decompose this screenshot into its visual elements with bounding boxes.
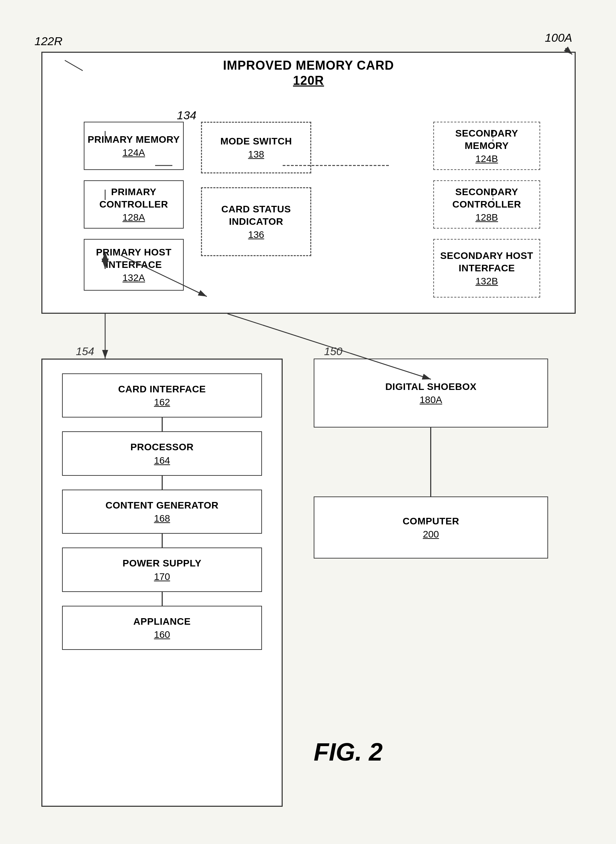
secondary-host-box: SECONDARY HOST INTERFACE 132B — [433, 239, 540, 298]
content-generator-number: 168 — [154, 513, 170, 524]
appliance-box: APPLIANCE 160 — [62, 606, 262, 650]
processor-number: 164 — [154, 455, 170, 466]
computer-number: 200 — [423, 529, 439, 540]
appliance-stack: CARD INTERFACE 162 PROCESSOR 164 CONTENT… — [43, 360, 282, 806]
secondary-host-number: 132B — [475, 276, 498, 287]
secondary-controller-number: 128B — [475, 212, 498, 223]
card-status-number: 136 — [248, 229, 264, 240]
label-134: 134 — [177, 109, 197, 122]
card-status-title: CARD STATUS INDICATOR — [202, 203, 310, 228]
primary-host-box: PRIMARY HOST INTERFACE 132A — [84, 239, 184, 291]
power-supply-box: POWER SUPPLY 170 — [62, 547, 262, 592]
content-generator-box: CONTENT GENERATOR 168 — [62, 490, 262, 534]
digital-shoebox-number: 180A — [419, 395, 442, 405]
card-interface-title: CARD INTERFACE — [118, 383, 206, 395]
primary-host-title: PRIMARY HOST INTERFACE — [84, 246, 183, 272]
svg-text:150: 150 — [324, 345, 343, 358]
secondary-memory-box: SECONDARY MEMORY 124B — [433, 122, 540, 170]
mode-switch-box: MODE SWITCH 138 — [201, 122, 311, 173]
digital-shoebox-title: DIGITAL SHOEBOX — [386, 381, 477, 393]
improved-memory-card-box: IMPROVED MEMORY CARD 120R PRIMARY MEMORY… — [41, 52, 576, 314]
computer-box: COMPUTER 200 — [314, 496, 548, 559]
svg-text:154: 154 — [76, 345, 94, 358]
secondary-host-title: SECONDARY HOST INTERFACE — [434, 250, 540, 275]
appliance-outer-box: CARD INTERFACE 162 PROCESSOR 164 CONTENT… — [41, 358, 283, 807]
mode-switch-number: 138 — [248, 149, 264, 160]
primary-controller-title: PRIMARY CONTROLLER — [84, 186, 183, 211]
secondary-memory-title: SECONDARY MEMORY — [434, 127, 540, 153]
processor-box: PROCESSOR 164 — [62, 431, 262, 476]
primary-controller-number: 128A — [122, 212, 145, 223]
connector-1 — [162, 417, 163, 431]
content-generator-title: CONTENT GENERATOR — [106, 499, 219, 512]
primary-controller-box: PRIMARY CONTROLLER 128A — [84, 180, 184, 229]
right-column: DIGITAL SHOEBOX 180A COMPUTER 200 — [314, 358, 555, 559]
shoebox-computer-connector — [430, 427, 431, 496]
secondary-memory-number: 124B — [475, 153, 498, 164]
power-supply-number: 170 — [154, 571, 170, 582]
primary-memory-number: 124A — [122, 147, 145, 158]
connector-2 — [162, 476, 163, 490]
processor-title: PROCESSOR — [130, 441, 194, 454]
secondary-controller-title: SECONDARY CONTROLLER — [434, 186, 540, 211]
secondary-controller-box: SECONDARY CONTROLLER 128B — [433, 180, 540, 229]
label-100a: 100A — [545, 31, 572, 44]
mode-switch-title: MODE SWITCH — [220, 135, 292, 148]
connector-4 — [162, 592, 163, 606]
fig-caption: FIG. 2 — [314, 738, 383, 766]
power-supply-title: POWER SUPPLY — [122, 557, 201, 570]
appliance-number: 160 — [154, 629, 170, 640]
appliance-title: APPLIANCE — [133, 615, 191, 628]
digital-shoebox-box: DIGITAL SHOEBOX 180A — [314, 358, 548, 427]
label-122r: 122R — [34, 34, 62, 48]
memory-card-number: 120R — [43, 73, 575, 88]
card-interface-box: CARD INTERFACE 162 — [62, 373, 262, 417]
card-interface-number: 162 — [154, 397, 170, 408]
computer-title: COMPUTER — [403, 515, 459, 527]
primary-memory-title: PRIMARY MEMORY — [88, 134, 180, 146]
connector-3 — [162, 534, 163, 547]
card-status-box: CARD STATUS INDICATOR 136 — [201, 187, 311, 256]
primary-host-number: 132A — [122, 272, 145, 283]
memory-card-title: IMPROVED MEMORY CARD — [43, 53, 575, 73]
primary-memory-box: PRIMARY MEMORY 124A — [84, 122, 184, 170]
diagram-container: 122R 100A IMPROVED MEMORY CARD 120R PRIM… — [14, 14, 600, 834]
